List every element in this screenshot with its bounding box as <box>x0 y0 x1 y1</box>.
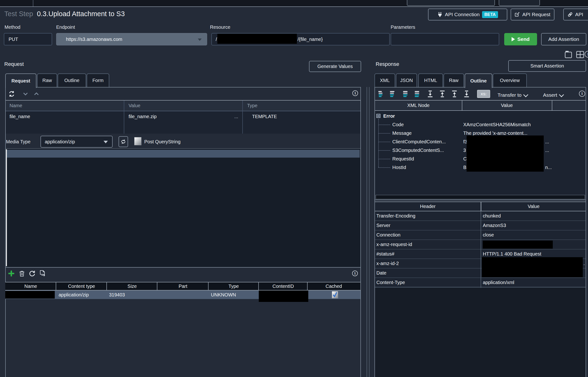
smart-assertion-button[interactable]: Smart Assertion <box>508 60 586 72</box>
col-part[interactable]: Part <box>157 283 209 290</box>
col-value[interactable]: Value <box>462 101 551 110</box>
expand-all-icon[interactable] <box>414 91 420 97</box>
tree-node[interactable]: RequestId <box>392 154 414 163</box>
xs-button[interactable]: XS: <box>477 90 490 98</box>
resource-field[interactable]: / /{file_name} <box>211 33 390 45</box>
col-cached[interactable]: Cached <box>308 283 360 290</box>
header-row[interactable]: Connection close <box>375 230 586 240</box>
tab-request[interactable]: Request <box>5 73 37 88</box>
col-name[interactable]: Name <box>10 103 22 108</box>
col-size[interactable]: Size <box>107 283 157 290</box>
expand-value-button[interactable]: ... <box>234 112 238 121</box>
tree-node[interactable]: ClientComputedConten... <box>392 137 446 146</box>
info-icon[interactable]: i <box>579 91 585 97</box>
scroll-down-to-bar-icon[interactable] <box>427 90 433 97</box>
panel-splitter[interactable] <box>367 87 367 377</box>
smart-assertion-label: Smart Assertion <box>530 63 564 69</box>
tab-html[interactable]: HTML <box>418 73 443 87</box>
info-icon[interactable]: i <box>352 271 358 276</box>
info-icon[interactable]: i <box>352 90 358 96</box>
tab-outline-response[interactable]: Outline <box>465 73 492 88</box>
col-contentid[interactable]: ContentID <box>259 283 308 290</box>
tab-form[interactable]: Form <box>87 73 109 87</box>
parameters-field[interactable] <box>391 33 499 45</box>
delete-attachment-icon[interactable] <box>19 271 25 277</box>
chevron-up-icon[interactable] <box>34 92 39 95</box>
response-panel-title: Response <box>376 61 399 67</box>
tree-value[interactable]: 3 <box>463 146 466 154</box>
tree-node[interactable]: Code <box>392 120 404 129</box>
add-assertion-button[interactable]: Add Assertion <box>541 33 586 45</box>
media-type-refresh-button[interactable] <box>119 136 128 147</box>
response-splitter[interactable] <box>375 200 586 200</box>
outline-hscrollbar[interactable] <box>376 195 585 199</box>
api-button[interactable]: API <box>563 9 588 21</box>
request-panel-title: Request <box>4 61 24 67</box>
tree-node[interactable]: S3ComputedContentS... <box>392 146 444 154</box>
col-content-type[interactable]: Content type <box>56 283 107 290</box>
col-name[interactable]: Name <box>5 283 56 290</box>
chevron-down-icon <box>198 38 202 41</box>
send-label: Send <box>517 36 529 42</box>
editor-splitter[interactable] <box>5 267 361 268</box>
tree-root-node[interactable]: Error <box>383 112 395 120</box>
header-row[interactable]: Content-Type application/xml <box>375 278 586 287</box>
col-xml-node[interactable]: XML Node <box>375 101 462 110</box>
api-request-label: API Request <box>522 12 550 17</box>
send-button[interactable]: Send <box>504 33 537 45</box>
transfer-to-dropdown[interactable]: Transfer to <box>498 92 527 98</box>
method-field[interactable]: PUT <box>4 33 52 45</box>
header-row[interactable]: Server AmazonS3 <box>375 221 586 230</box>
api-request-button[interactable]: API Request <box>511 9 554 21</box>
export-attachment-icon[interactable] <box>39 270 46 277</box>
api-connection-button[interactable]: API Connection BETA <box>428 9 507 21</box>
col-header[interactable]: Header <box>375 202 481 211</box>
tree-value[interactable]: C <box>463 154 467 163</box>
scroll-up-to-bar-icon[interactable] <box>439 90 445 97</box>
collapse-toggle[interactable] <box>376 114 380 118</box>
media-type-dropdown[interactable]: application/zip <box>40 136 113 148</box>
top-toolbar-tab-fragment[interactable] <box>407 0 495 6</box>
tree-value[interactable]: XAmzContentSHA256Mismatch <box>463 120 531 129</box>
reload-attachment-icon[interactable] <box>29 271 35 277</box>
param-name: file_name <box>10 112 30 121</box>
generate-values-button[interactable]: Generate Values <box>309 61 361 72</box>
tab-json[interactable]: JSON <box>396 73 417 87</box>
tree-node[interactable]: HostId <box>392 163 406 172</box>
col-type[interactable]: Type <box>209 283 259 290</box>
scroll-up-icon[interactable] <box>451 90 457 97</box>
request-body-editor[interactable] <box>6 148 360 267</box>
expand-level-2-icon[interactable] <box>390 91 395 97</box>
param-row[interactable]: file_name file_name.zip ... TEMPLATE <box>6 112 360 121</box>
attachment-cached-checkbox[interactable] <box>332 291 338 298</box>
tab-raw[interactable]: Raw <box>37 73 57 87</box>
post-querystring-checkbox[interactable] <box>134 137 141 145</box>
info-icon[interactable]: i <box>585 51 588 58</box>
refresh-icon[interactable] <box>8 91 15 97</box>
header-row[interactable]: x-amz-request-id <box>375 240 586 249</box>
tree-value[interactable]: B <box>463 163 466 172</box>
header-row[interactable]: Transfer-Encoding chunked <box>375 211 586 221</box>
top-toolbar-tab-fragment[interactable] <box>499 0 540 6</box>
panel-splitter[interactable] <box>369 87 369 377</box>
generate-values-label: Generate Values <box>317 64 353 69</box>
expand-level-1-icon[interactable] <box>378 91 383 97</box>
scroll-down-icon[interactable] <box>464 90 469 97</box>
param-type[interactable]: TEMPLATE <box>252 112 277 121</box>
grid-layout-icon[interactable] <box>576 51 584 59</box>
tab-outline[interactable]: Outline <box>58 73 86 87</box>
assert-dropdown[interactable]: Assert <box>543 92 563 98</box>
tree-guide-line <box>378 119 379 167</box>
tree-node[interactable]: Message <box>392 129 412 137</box>
tab-overview[interactable]: Overview <box>493 73 527 87</box>
expand-level-3-icon[interactable] <box>403 91 408 97</box>
col-value[interactable]: Value <box>482 202 586 211</box>
endpoint-dropdown[interactable]: https://s3.amazonaws.com <box>56 33 207 45</box>
window-layout-icon[interactable] <box>565 50 572 59</box>
tab-xml[interactable]: XML <box>375 73 395 87</box>
col-value[interactable]: Value <box>128 103 140 108</box>
col-type[interactable]: Type <box>247 103 257 108</box>
tab-raw-response[interactable]: Raw <box>443 73 464 87</box>
chevron-down-icon[interactable] <box>23 92 28 95</box>
add-attachment-icon[interactable] <box>8 270 14 277</box>
